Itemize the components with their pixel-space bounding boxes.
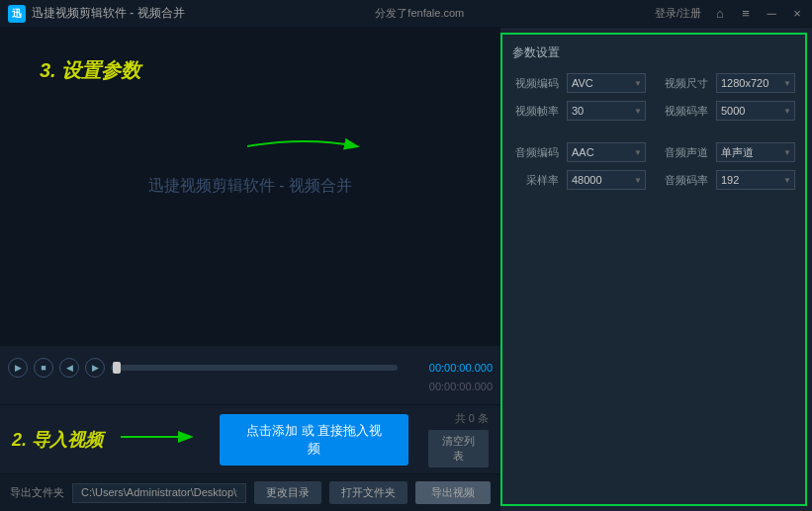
watermark: 分发了fenfale.com — [375, 6, 464, 21]
audio-bitrate-label: 音频码率 — [662, 173, 708, 188]
video-fps-label: 视频帧率 — [512, 104, 559, 119]
count-label: 共 0 条 — [455, 411, 489, 426]
open-folder-button[interactable]: 打开文件夹 — [329, 481, 407, 504]
audio-codec-label: 音频编码 — [512, 145, 559, 160]
stop-button[interactable]: ■ — [34, 358, 53, 378]
total-time-display: 00:00:00.000 — [429, 381, 493, 392]
add-video-button[interactable]: 点击添加 或 直接拖入视频 — [220, 414, 408, 466]
close-button[interactable]: × — [790, 7, 804, 21]
preview-area: 迅捷视频剪辑软件 - 视频合并 3. 设置参数 — [0, 28, 500, 345]
params-title: 参数设置 — [512, 44, 795, 61]
bottom-bar: 导出文件夹 更改目录 打开文件夹 导出视频 — [0, 473, 500, 511]
video-fps-wrap: 30 — [567, 101, 646, 121]
audio-channel-select[interactable]: 单声道 — [716, 142, 795, 162]
param-row-3: 音频编码 AAC 音频声道 单声道 — [512, 142, 795, 162]
titlebar-left: 迅 迅捷视频剪辑软件 - 视频合并 — [8, 5, 185, 23]
export-video-button[interactable]: 导出视频 — [415, 481, 491, 504]
controls-row: ▶ ■ ◀ ▶ 00:00:00.000 — [8, 358, 493, 378]
audio-codec-wrap: AAC — [567, 142, 646, 162]
home-button[interactable]: ⌂ — [713, 7, 727, 21]
video-codec-wrap: AVC — [567, 73, 646, 93]
step2-annotation: 2. 导入视频 — [12, 428, 111, 452]
arrow-right-icon — [247, 131, 366, 166]
menu-button[interactable]: ≡ — [739, 7, 753, 21]
change-dir-button[interactable]: 更改目录 — [254, 481, 321, 504]
video-size-label: 视频尺寸 — [662, 76, 708, 91]
sample-rate-wrap: 48000 — [567, 170, 646, 190]
param-row-2: 视频帧率 30 视频码率 5000 — [512, 101, 795, 121]
video-bitrate-select[interactable]: 5000 — [716, 101, 795, 121]
prev-button[interactable]: ◀ — [59, 358, 79, 378]
timeline-bar[interactable] — [111, 365, 398, 371]
titlebar: 迅 迅捷视频剪辑软件 - 视频合并 分发了fenfale.com 登录/注册 ⌂… — [0, 0, 812, 28]
audio-codec-select[interactable]: AAC — [567, 142, 646, 162]
audio-bitrate-select[interactable]: 192 — [716, 170, 795, 190]
time-row: 00:00:00.000 — [8, 381, 493, 392]
divider — [512, 128, 795, 134]
video-size-select[interactable]: 1280x720 — [716, 73, 795, 93]
play-button[interactable]: ▶ — [8, 358, 28, 378]
audio-channel-label: 音频声道 — [662, 145, 708, 160]
preview-label: 迅捷视频剪辑软件 - 视频合并 — [148, 176, 352, 197]
step3-annotation: 3. 设置参数 — [40, 57, 140, 84]
app-title: 迅捷视频剪辑软件 - 视频合并 — [32, 5, 185, 22]
param-row-4: 采样率 48000 音频码率 192 — [512, 170, 795, 190]
import-area: 2. 导入视频 点击添加 或 直接拖入视频 共 0 条 清空列表 — [0, 404, 500, 473]
video-bitrate-label: 视频码率 — [662, 104, 708, 119]
timeline-area: ▶ ■ ◀ ▶ 00:00:00.000 00:00:00.000 — [0, 345, 500, 404]
next-button[interactable]: ▶ — [85, 358, 105, 378]
video-codec-select[interactable]: AVC — [567, 73, 646, 93]
app-logo: 迅 — [8, 5, 26, 23]
audio-bitrate-wrap: 192 — [716, 170, 795, 190]
video-size-wrap: 1280x720 — [716, 73, 795, 93]
main-layout: 迅捷视频剪辑软件 - 视频合并 3. 设置参数 — [0, 28, 812, 511]
clear-list-button[interactable]: 清空列表 — [428, 430, 489, 468]
output-path-input[interactable] — [72, 483, 246, 503]
video-bitrate-wrap: 5000 — [716, 101, 795, 121]
sample-rate-label: 采样率 — [512, 173, 559, 188]
current-time-display: 00:00:00.000 — [404, 362, 493, 374]
login-button[interactable]: 登录/注册 — [655, 6, 701, 21]
import-right: 共 0 条 清空列表 — [428, 411, 489, 468]
sample-rate-select[interactable]: 48000 — [567, 170, 646, 190]
left-panel: 迅捷视频剪辑软件 - 视频合并 3. 设置参数 — [0, 28, 500, 511]
param-row-1: 视频编码 AVC 视频尺寸 1280x720 — [512, 73, 795, 93]
video-fps-select[interactable]: 30 — [567, 101, 646, 121]
arrow-right2-icon — [121, 425, 200, 454]
titlebar-right: 登录/注册 ⌂ ≡ ─ × — [655, 6, 804, 21]
output-folder-label: 导出文件夹 — [10, 485, 64, 500]
minimize-button[interactable]: ─ — [765, 7, 778, 21]
params-panel: 参数设置 视频编码 AVC 视频尺寸 1280x720 视频帧率 30 — [500, 33, 807, 506]
video-codec-label: 视频编码 — [512, 76, 559, 91]
timeline-marker — [113, 362, 121, 374]
audio-channel-wrap: 单声道 — [716, 142, 795, 162]
